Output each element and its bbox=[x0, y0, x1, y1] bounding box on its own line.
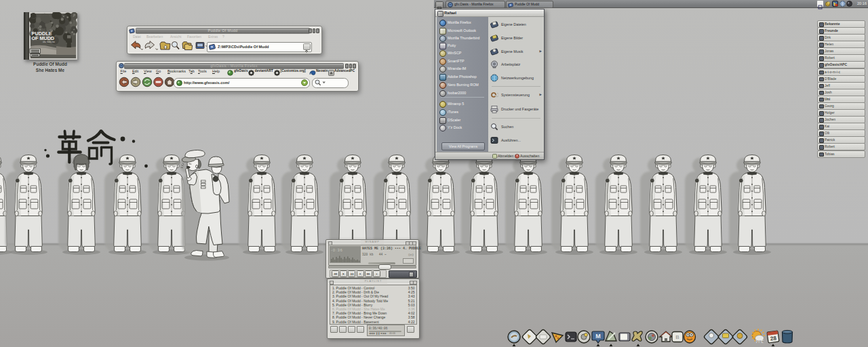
svg-text:she hates me: she hates me bbox=[43, 41, 55, 43]
svg-text:28: 28 bbox=[770, 335, 777, 342]
svg-text:B: B bbox=[675, 334, 679, 340]
svg-text:19°C: 19°C bbox=[755, 340, 764, 344]
svg-text:M: M bbox=[595, 333, 601, 340]
